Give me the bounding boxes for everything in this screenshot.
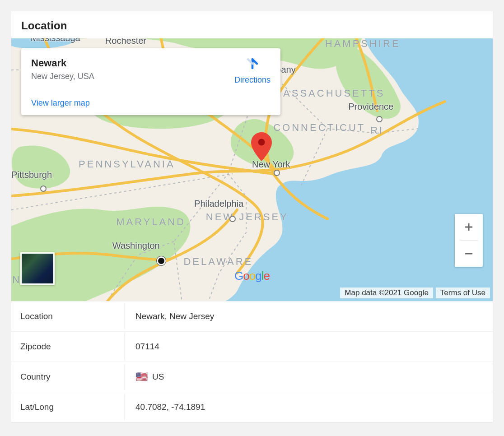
table-value-text: US [152, 372, 164, 382]
map-major-city-dot [157, 256, 166, 265]
map-info-text: Newark New Jersey, USA [31, 57, 94, 85]
directions-icon [245, 57, 260, 73]
map-city-label: Pittsburgh [11, 170, 52, 180]
table-value: 07114 [125, 334, 170, 360]
map-city-label: Washington [112, 241, 160, 251]
map-credits: Map data ©2021 Google Terms of Use [340, 288, 490, 298]
table-value: 40.7082, -74.1891 [125, 394, 216, 420]
terms-of-use-link[interactable]: Terms of Use [436, 288, 490, 298]
view-larger-map-link[interactable]: View larger map [31, 98, 271, 108]
map-state-label: CONNECTICUT [273, 122, 365, 134]
table-row: LocationNewark, New Jersey [11, 301, 493, 332]
zoom-in-button[interactable] [455, 214, 483, 240]
map-city-label: Philadelphia [194, 199, 243, 209]
google-logo: Google [234, 269, 270, 283]
map-city-label: Mississauga [31, 38, 80, 43]
map-place-subtitle: New Jersey, USA [31, 72, 94, 81]
card-header: Location [11, 11, 493, 38]
table-value-text: 40.7082, -74.1891 [135, 402, 205, 412]
map-data-attribution[interactable]: Map data ©2021 Google [340, 288, 433, 298]
map-city-label: Rochester [105, 38, 146, 46]
table-key: Location [11, 303, 125, 329]
map-state-label: MASSACHUSETTS [273, 88, 385, 99]
map-place-name: Newark [31, 57, 94, 69]
map-city-dot [274, 170, 280, 176]
map-city-dot [229, 216, 236, 222]
satellite-toggle[interactable] [20, 252, 55, 285]
map-city-dot [376, 116, 383, 122]
map-state-label: DELAWARE [183, 256, 253, 268]
map-state-label: RI [370, 125, 384, 136]
map-container[interactable]: HAMPSHIREMASSACHUSETTSCONNECTICUTRIPENNS… [11, 38, 493, 301]
table-key: Lat/Long [11, 394, 125, 420]
table-value-text: Newark, New Jersey [135, 311, 214, 321]
table-key: Country [11, 364, 125, 390]
svg-point-1 [258, 139, 265, 146]
table-key: Zipcode [11, 334, 125, 360]
map-pin-icon [251, 132, 272, 163]
map-info-card: Newark New Jersey, USA Directions View l… [21, 48, 280, 115]
map-state-label: PENNSYLVANIA [79, 158, 175, 170]
minus-icon [463, 248, 474, 259]
map-state-label: MARYLAND [116, 216, 186, 228]
directions-button[interactable]: Directions [234, 57, 271, 85]
zoom-control [455, 214, 483, 267]
directions-label: Directions [234, 75, 271, 85]
zoom-out-button[interactable] [455, 241, 483, 267]
map-state-label: HAMPSHIRE [325, 38, 401, 50]
map-state-label: NEW JERSEY [206, 211, 289, 223]
map-city-dot [40, 186, 47, 192]
table-row: Lat/Long40.7082, -74.1891 [11, 392, 493, 422]
location-card: Location [11, 11, 493, 422]
map-city-label: Providence [348, 102, 393, 112]
flag-icon: 🇺🇸 [135, 372, 148, 382]
table-row: Zipcode07114 [11, 332, 493, 362]
plus-icon [463, 222, 474, 232]
table-value: 🇺🇸US [125, 364, 175, 390]
table-row: Country🇺🇸US [11, 362, 493, 392]
card-title: Location [21, 19, 483, 32]
table-value: Newark, New Jersey [125, 303, 225, 329]
location-details-table: LocationNewark, New JerseyZipcode07114Co… [11, 301, 493, 422]
table-value-text: 07114 [135, 342, 159, 352]
